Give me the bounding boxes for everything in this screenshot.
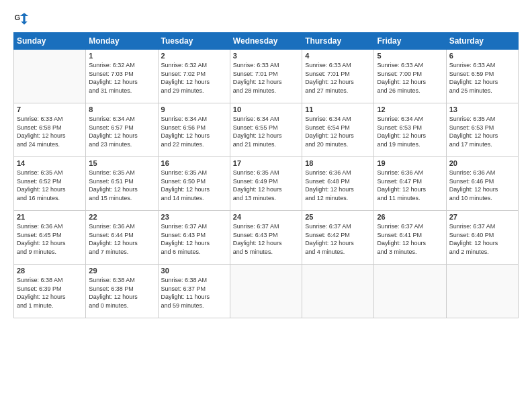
calendar-header-sunday: Sunday xyxy=(14,33,86,50)
day-number: 21 xyxy=(17,213,83,221)
day-info: Sunrise: 6:36 AM Sunset: 6:47 PM Dayligh… xyxy=(377,169,443,202)
calendar-cell: 30Sunrise: 6:38 AM Sunset: 6:37 PM Dayli… xyxy=(158,265,230,318)
calendar-week-5: 28Sunrise: 6:38 AM Sunset: 6:39 PM Dayli… xyxy=(14,265,519,318)
day-number: 20 xyxy=(449,159,515,167)
day-number: 27 xyxy=(449,213,515,221)
calendar-cell: 8Sunrise: 6:34 AM Sunset: 6:57 PM Daylig… xyxy=(86,103,158,157)
day-info: Sunrise: 6:34 AM Sunset: 6:55 PM Dayligh… xyxy=(233,115,299,148)
day-number: 6 xyxy=(449,52,515,60)
calendar-header-thursday: Thursday xyxy=(302,33,374,50)
day-info: Sunrise: 6:35 AM Sunset: 6:51 PM Dayligh… xyxy=(89,169,154,202)
day-number: 25 xyxy=(305,213,371,221)
day-number: 17 xyxy=(233,159,299,167)
day-number: 12 xyxy=(377,105,443,113)
day-number: 10 xyxy=(233,105,299,113)
calendar-cell xyxy=(14,50,86,103)
day-number: 18 xyxy=(305,159,371,167)
day-info: Sunrise: 6:37 AM Sunset: 6:42 PM Dayligh… xyxy=(305,222,371,256)
calendar-cell: 27Sunrise: 6:37 AM Sunset: 6:40 PM Dayli… xyxy=(446,211,518,265)
calendar-week-2: 7Sunrise: 6:33 AM Sunset: 6:58 PM Daylig… xyxy=(14,103,519,157)
logo-icon: G xyxy=(13,11,30,27)
calendar-header-wednesday: Wednesday xyxy=(230,33,302,50)
calendar-cell: 13Sunrise: 6:35 AM Sunset: 6:53 PM Dayli… xyxy=(446,103,518,157)
svg-marker-1 xyxy=(20,13,29,25)
day-info: Sunrise: 6:34 AM Sunset: 6:56 PM Dayligh… xyxy=(161,115,227,148)
day-info: Sunrise: 6:38 AM Sunset: 6:37 PM Dayligh… xyxy=(161,276,227,310)
day-info: Sunrise: 6:38 AM Sunset: 6:39 PM Dayligh… xyxy=(17,276,83,310)
day-info: Sunrise: 6:36 AM Sunset: 6:46 PM Dayligh… xyxy=(449,169,515,202)
day-number: 11 xyxy=(305,105,371,113)
day-number: 5 xyxy=(377,52,443,60)
calendar-cell: 28Sunrise: 6:38 AM Sunset: 6:39 PM Dayli… xyxy=(14,265,86,318)
calendar-cell: 2Sunrise: 6:32 AM Sunset: 7:02 PM Daylig… xyxy=(158,50,230,103)
calendar-cell xyxy=(230,265,302,318)
calendar-cell xyxy=(446,265,518,318)
day-number: 2 xyxy=(161,52,227,60)
day-number: 28 xyxy=(17,267,83,275)
day-info: Sunrise: 6:38 AM Sunset: 6:38 PM Dayligh… xyxy=(89,276,154,310)
day-info: Sunrise: 6:37 AM Sunset: 6:43 PM Dayligh… xyxy=(161,222,227,256)
calendar-cell: 26Sunrise: 6:37 AM Sunset: 6:41 PM Dayli… xyxy=(374,211,446,265)
calendar-week-4: 21Sunrise: 6:36 AM Sunset: 6:45 PM Dayli… xyxy=(14,211,519,265)
calendar-cell: 1Sunrise: 6:32 AM Sunset: 7:03 PM Daylig… xyxy=(86,50,158,103)
day-number: 1 xyxy=(89,52,154,60)
day-number: 29 xyxy=(89,267,154,275)
day-info: Sunrise: 6:34 AM Sunset: 6:53 PM Dayligh… xyxy=(377,115,443,148)
calendar-cell: 16Sunrise: 6:35 AM Sunset: 6:50 PM Dayli… xyxy=(158,157,230,211)
calendar-cell: 24Sunrise: 6:37 AM Sunset: 6:43 PM Dayli… xyxy=(230,211,302,265)
day-info: Sunrise: 6:36 AM Sunset: 6:45 PM Dayligh… xyxy=(17,222,83,256)
day-number: 26 xyxy=(377,213,443,221)
day-info: Sunrise: 6:33 AM Sunset: 7:01 PM Dayligh… xyxy=(233,61,299,95)
day-number: 3 xyxy=(233,52,299,60)
calendar-cell: 25Sunrise: 6:37 AM Sunset: 6:42 PM Dayli… xyxy=(302,211,374,265)
calendar-header-friday: Friday xyxy=(374,33,446,50)
day-number: 9 xyxy=(161,105,227,113)
calendar-cell: 18Sunrise: 6:36 AM Sunset: 6:48 PM Dayli… xyxy=(302,157,374,211)
calendar-header-monday: Monday xyxy=(86,33,158,50)
calendar-cell: 10Sunrise: 6:34 AM Sunset: 6:55 PM Dayli… xyxy=(230,103,302,157)
day-number: 24 xyxy=(233,213,299,221)
calendar: SundayMondayTuesdayWednesdayThursdayFrid… xyxy=(13,32,519,318)
calendar-cell xyxy=(302,265,374,318)
day-info: Sunrise: 6:36 AM Sunset: 6:44 PM Dayligh… xyxy=(89,222,154,256)
calendar-cell: 9Sunrise: 6:34 AM Sunset: 6:56 PM Daylig… xyxy=(158,103,230,157)
calendar-cell: 29Sunrise: 6:38 AM Sunset: 6:38 PM Dayli… xyxy=(86,265,158,318)
day-number: 15 xyxy=(89,159,154,167)
calendar-week-3: 14Sunrise: 6:35 AM Sunset: 6:52 PM Dayli… xyxy=(14,157,519,211)
calendar-cell: 19Sunrise: 6:36 AM Sunset: 6:47 PM Dayli… xyxy=(374,157,446,211)
day-info: Sunrise: 6:37 AM Sunset: 6:40 PM Dayligh… xyxy=(449,222,515,256)
calendar-cell: 4Sunrise: 6:33 AM Sunset: 7:01 PM Daylig… xyxy=(302,50,374,103)
logo: G xyxy=(13,11,32,27)
day-info: Sunrise: 6:34 AM Sunset: 6:54 PM Dayligh… xyxy=(305,115,371,148)
day-info: Sunrise: 6:35 AM Sunset: 6:52 PM Dayligh… xyxy=(17,169,83,202)
day-number: 22 xyxy=(89,213,154,221)
calendar-cell: 23Sunrise: 6:37 AM Sunset: 6:43 PM Dayli… xyxy=(158,211,230,265)
calendar-cell: 11Sunrise: 6:34 AM Sunset: 6:54 PM Dayli… xyxy=(302,103,374,157)
day-number: 19 xyxy=(377,159,443,167)
day-number: 13 xyxy=(449,105,515,113)
day-info: Sunrise: 6:37 AM Sunset: 6:41 PM Dayligh… xyxy=(377,222,443,256)
calendar-header-saturday: Saturday xyxy=(446,33,518,50)
calendar-header-tuesday: Tuesday xyxy=(158,33,230,50)
day-number: 4 xyxy=(305,52,371,60)
day-info: Sunrise: 6:35 AM Sunset: 6:50 PM Dayligh… xyxy=(161,169,227,202)
day-info: Sunrise: 6:35 AM Sunset: 6:49 PM Dayligh… xyxy=(233,169,299,202)
svg-text:G: G xyxy=(15,13,21,21)
calendar-cell xyxy=(374,265,446,318)
calendar-cell: 14Sunrise: 6:35 AM Sunset: 6:52 PM Dayli… xyxy=(14,157,86,211)
calendar-cell: 3Sunrise: 6:33 AM Sunset: 7:01 PM Daylig… xyxy=(230,50,302,103)
calendar-cell: 17Sunrise: 6:35 AM Sunset: 6:49 PM Dayli… xyxy=(230,157,302,211)
calendar-cell: 5Sunrise: 6:33 AM Sunset: 7:00 PM Daylig… xyxy=(374,50,446,103)
day-info: Sunrise: 6:33 AM Sunset: 6:59 PM Dayligh… xyxy=(449,61,515,95)
calendar-week-1: 1Sunrise: 6:32 AM Sunset: 7:03 PM Daylig… xyxy=(14,50,519,103)
calendar-cell: 6Sunrise: 6:33 AM Sunset: 6:59 PM Daylig… xyxy=(446,50,518,103)
calendar-cell: 21Sunrise: 6:36 AM Sunset: 6:45 PM Dayli… xyxy=(14,211,86,265)
day-info: Sunrise: 6:36 AM Sunset: 6:48 PM Dayligh… xyxy=(305,169,371,202)
calendar-cell: 22Sunrise: 6:36 AM Sunset: 6:44 PM Dayli… xyxy=(86,211,158,265)
calendar-cell: 12Sunrise: 6:34 AM Sunset: 6:53 PM Dayli… xyxy=(374,103,446,157)
calendar-cell: 15Sunrise: 6:35 AM Sunset: 6:51 PM Dayli… xyxy=(86,157,158,211)
day-info: Sunrise: 6:33 AM Sunset: 7:01 PM Dayligh… xyxy=(305,61,371,95)
day-info: Sunrise: 6:32 AM Sunset: 7:02 PM Dayligh… xyxy=(161,61,227,95)
calendar-header-row: SundayMondayTuesdayWednesdayThursdayFrid… xyxy=(14,33,519,50)
calendar-cell: 20Sunrise: 6:36 AM Sunset: 6:46 PM Dayli… xyxy=(446,157,518,211)
